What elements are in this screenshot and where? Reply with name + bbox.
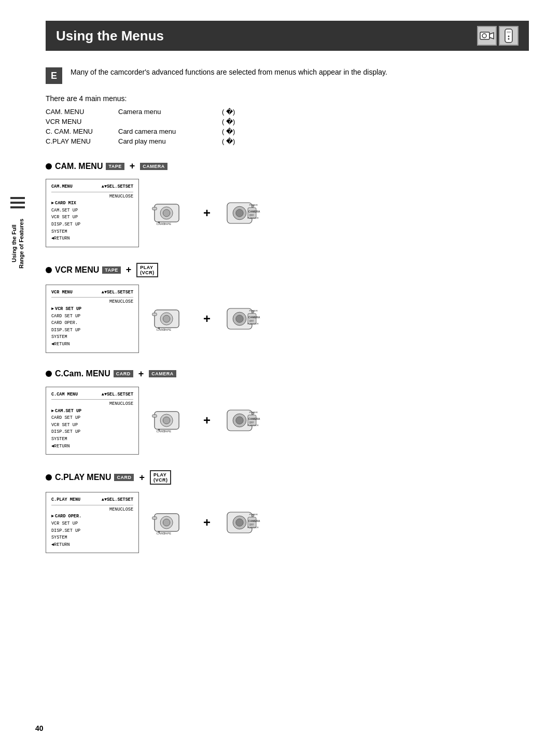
e-badge: E — [46, 67, 62, 84]
svg-text:CARD: CARD — [156, 222, 165, 225]
svg-point-6 — [508, 38, 510, 40]
menu-name-1: VCR MENU — [46, 118, 118, 125]
svg-text:POWER: POWER — [249, 203, 258, 206]
page-container: Using the Full Range of Features Using t… — [0, 0, 560, 748]
svg-point-32 — [236, 315, 243, 322]
menu-desc-3: Card play menu — [118, 137, 222, 145]
cam-menu-header: CAM. MENU TAPE + CAMERA — [46, 161, 529, 172]
bullet-vcr — [46, 267, 52, 273]
play-vcr-tag-cplay: PLAY(VCR) — [150, 470, 172, 485]
ccam-menu-title: C.Cam. MENU — [55, 369, 110, 378]
menu-name-0: CAM. MENU — [46, 108, 118, 116]
plus-illustration-cplay: + — [203, 515, 211, 530]
main-content: Using the Menus — [35, 0, 560, 748]
svg-point-61 — [158, 531, 160, 533]
svg-text:CAMERA: CAMERA — [248, 210, 260, 213]
intro-section: E Many of the camcorder's advanced funct… — [46, 66, 529, 84]
svg-point-5 — [508, 36, 510, 37]
cplay-menu-content: C.PLAY MENU ▲▼SEL.SETSET MENUCLOSE CARD … — [46, 492, 529, 553]
cplay-menu-header: C.PLAY MENU CARD + PLAY(VCR) — [46, 470, 529, 485]
cam-tape-svg-4: TAPE CARD — [149, 507, 191, 538]
svg-text:CARD: CARD — [156, 430, 165, 433]
page-number: 40 — [35, 724, 44, 732]
svg-point-9 — [163, 209, 170, 217]
svg-rect-0 — [480, 32, 489, 39]
svg-text:CAMERA: CAMERA — [248, 418, 260, 421]
sidebar-line-1 — [10, 197, 25, 199]
svg-rect-42 — [152, 415, 157, 417]
menu-page-2: ( �) — [222, 128, 274, 135]
svg-point-41 — [163, 417, 170, 425]
bullet-cam — [46, 163, 52, 170]
cplay-menu-title: C.PLAY MENU — [55, 473, 111, 482]
ccam-menu-screen: C.CAM MENU ▲▼SEL.SETSET MENUCLOSE CAM.SE… — [46, 387, 139, 455]
svg-text:OFF: OFF — [249, 421, 254, 424]
card-tag-cplay: CARD — [114, 474, 134, 481]
vcr-menu-content: VCR MENU ▲▼SEL.SETSET MENUCLOSE VCR SET … — [46, 285, 529, 353]
svg-text:OFF: OFF — [249, 524, 254, 526]
plus-illustration-vcr: + — [203, 312, 211, 326]
svg-rect-10 — [152, 207, 157, 210]
bullet-cplay — [46, 474, 52, 481]
camera-tag-ccam: CAMERA — [149, 370, 176, 377]
svg-text:POWER: POWER — [249, 513, 258, 516]
header-icons — [477, 26, 519, 46]
sidebar: Using the Full Range of Features — [0, 0, 35, 748]
cam-menu-screen: CAM.MENU ▲▼SEL.SETSET MENUCLOSE CARD MIX… — [46, 179, 139, 247]
svg-text:CARD: CARD — [156, 328, 165, 331]
sidebar-line-2 — [10, 202, 25, 204]
menu-name-3: C.PLAY MENU — [46, 137, 118, 145]
svg-point-16 — [236, 209, 243, 217]
ccam-menu-header: C.Cam. MENU CARD + CAMERA — [46, 369, 529, 379]
vcr-menu-title: VCR MENU — [55, 265, 99, 275]
svg-rect-4 — [507, 31, 511, 33]
cam-camera-svg-2: CAMERA OFF PLAY/VCR POWER — [223, 298, 264, 340]
svg-text:OFF: OFF — [249, 214, 254, 216]
cam-camera-svg-4: CAMERA OFF PLAY/VCR POWER — [223, 502, 264, 543]
page-title: Using the Menus — [56, 28, 164, 44]
sidebar-text: Using the Full Range of Features — [10, 219, 25, 269]
camera-tag-cam: CAMERA — [140, 163, 167, 170]
vcr-menu-header: VCR MENU TAPE + PLAY(VCR) — [46, 263, 529, 277]
tape-tag-cam: TAPE — [106, 163, 124, 170]
svg-text:CAMERA: CAMERA — [248, 520, 260, 523]
ccam-menu-content: C.CAM MENU ▲▼SEL.SETSET MENUCLOSE CAM.SE… — [46, 387, 529, 455]
svg-rect-58 — [152, 517, 157, 519]
sidebar-lines — [10, 197, 25, 208]
svg-text:PLAY/VCR: PLAY/VCR — [247, 322, 258, 325]
svg-text:PLAY/VCR: PLAY/VCR — [247, 527, 258, 529]
menu-name-2: C. CAM. MENU — [46, 128, 118, 135]
svg-point-57 — [163, 519, 170, 526]
menu-table: CAM. MENU Camera menu ( �) VCR MENU ( �)… — [46, 108, 529, 145]
section-ccam-menu: C.Cam. MENU CARD + CAMERA C.CAM MENU ▲▼S… — [46, 369, 529, 455]
plus-cam: + — [130, 161, 135, 172]
svg-point-64 — [236, 519, 243, 526]
cam-camera-svg-3: CAMERA OFF PLAY/VCR POWER — [223, 400, 264, 441]
menu-page-0: ( �) — [222, 108, 274, 116]
card-tag-ccam: CARD — [114, 370, 133, 377]
bullet-ccam — [46, 371, 52, 377]
svg-text:OFF: OFF — [249, 319, 254, 322]
sub-title: There are 4 main menus: — [46, 94, 529, 103]
remote-icon — [499, 26, 519, 46]
plus-illustration-ccam: + — [203, 413, 211, 428]
svg-rect-26 — [152, 313, 157, 315]
vcr-menu-screen: VCR MENU ▲▼SEL.SETSET MENUCLOSE VCR SET … — [46, 285, 139, 353]
page-header: Using the Menus — [46, 21, 529, 51]
svg-text:PLAY/VCR: PLAY/VCR — [247, 217, 258, 219]
plus-illustration-cam: + — [203, 206, 211, 220]
svg-text:POWER: POWER — [249, 411, 258, 414]
section-vcr-menu: VCR MENU TAPE + PLAY(VCR) VCR MENU ▲▼SEL… — [46, 263, 529, 353]
cam-tape-svg-2: TAPE CARD — [149, 303, 191, 334]
play-vcr-tag: PLAY(VCR) — [136, 263, 158, 277]
cam-menu-content: CAM.MENU ▲▼SEL.SETSET MENUCLOSE CARD MIX… — [46, 179, 529, 247]
cplay-menu-screen: C.PLAY MENU ▲▼SEL.SETSET MENUCLOSE CARD … — [46, 492, 139, 553]
svg-point-25 — [163, 315, 170, 322]
svg-point-45 — [158, 429, 160, 431]
svg-text:POWER: POWER — [249, 309, 258, 312]
menu-page-1: ( �) — [222, 118, 274, 125]
cam-tape-svg-3: TAPE CARD — [149, 405, 191, 436]
svg-marker-1 — [489, 33, 494, 39]
intro-text: Many of the camcorder's advanced functio… — [71, 66, 387, 78]
svg-point-13 — [158, 221, 160, 223]
